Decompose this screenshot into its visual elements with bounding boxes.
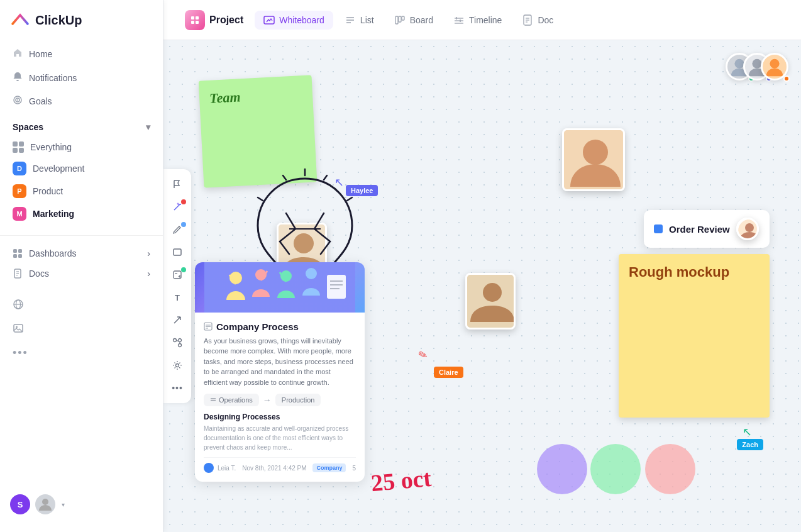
project-icon: [185, 10, 205, 30]
svg-point-59: [745, 223, 754, 232]
svg-point-51: [770, 59, 779, 69]
process-section-title: Designing Processes: [204, 413, 356, 421]
development-badge: D: [13, 162, 26, 175]
tab-project-label: Project: [209, 14, 243, 26]
spaces-chevron-icon[interactable]: ▾: [146, 122, 150, 132]
dashboards-chevron-icon: ›: [147, 248, 150, 258]
svg-rect-3: [13, 249, 17, 253]
tool-arrow[interactable]: [167, 310, 187, 330]
sidebar-item-home[interactable]: Home: [5, 43, 158, 65]
svg-rect-6: [18, 254, 22, 258]
process-footer-date: Nov 8th, 2021 4:42 PM: [242, 465, 306, 472]
sidebar-item-goals-label: Goals: [29, 96, 52, 106]
process-card-header: [195, 262, 365, 313]
pencil-icon: ✏: [416, 347, 431, 364]
sidebar-item-docs[interactable]: Docs ›: [0, 263, 163, 284]
tab-timeline-label: Timeline: [469, 15, 502, 25]
tab-list[interactable]: List: [336, 11, 383, 30]
goals-icon: [13, 95, 23, 107]
tool-text[interactable]: T: [167, 287, 187, 308]
svg-point-48: [176, 364, 179, 367]
user-avatar-s: S: [10, 494, 30, 514]
tab-doc[interactable]: Doc: [513, 11, 562, 30]
tab-timeline[interactable]: Timeline: [445, 11, 511, 30]
svg-point-69: [306, 268, 317, 279]
tab-board-label: Board: [410, 15, 433, 25]
tab-board[interactable]: Board: [385, 11, 442, 30]
cursor-zach-icon: ↖: [743, 425, 752, 439]
svg-rect-18: [196, 16, 199, 19]
sidebar-item-everything[interactable]: Everything: [0, 137, 163, 157]
home-icon: [13, 48, 23, 60]
flow-arrow-icon: →: [263, 395, 272, 405]
tool-rect[interactable]: [167, 242, 187, 262]
svg-rect-4: [18, 249, 22, 253]
tab-whiteboard[interactable]: Whiteboard: [255, 11, 333, 30]
sidebar-item-image[interactable]: [13, 318, 150, 339]
user-menu-chevron-icon[interactable]: ▾: [62, 501, 65, 508]
process-section-desc: Maintaining as accurate and well-organiz…: [204, 424, 356, 452]
svg-point-57: [483, 283, 502, 302]
flow-badge-prod: Production: [275, 394, 321, 406]
process-footer-tag: Company: [312, 463, 346, 472]
whiteboard-canvas[interactable]: T •••: [163, 40, 801, 532]
circle-pink: [645, 444, 695, 494]
timeline-icon: [453, 14, 465, 26]
svg-rect-20: [196, 21, 199, 24]
sidebar-item-goals[interactable]: Goals: [5, 90, 158, 112]
process-footer-count: 5: [352, 465, 356, 472]
logo-text: ClickUp: [35, 13, 82, 28]
circle-purple: [537, 444, 587, 494]
tab-whiteboard-label: Whiteboard: [279, 15, 324, 25]
docs-icon: [13, 269, 23, 279]
order-review-card[interactable]: Order Review: [644, 210, 770, 248]
process-footer-author: Leia T.: [218, 465, 236, 472]
svg-rect-27: [402, 16, 404, 20]
sidebar-section2: Dashboards › Docs ›: [0, 235, 163, 284]
marketing-badge: M: [13, 207, 26, 221]
sidebar-item-globe[interactable]: [13, 294, 150, 315]
svg-point-43: [174, 339, 177, 342]
cursor-haylee-icon: ↖: [334, 175, 344, 189]
tool-magic[interactable]: [167, 197, 187, 217]
sidebar-item-development-label: Development: [33, 163, 85, 174]
sidebar-item-notifications[interactable]: Notifications: [5, 67, 158, 89]
docs-chevron-icon: ›: [147, 269, 150, 279]
svg-line-62: [283, 175, 286, 180]
tool-connect[interactable]: [167, 333, 187, 353]
everything-icon: [13, 141, 24, 153]
process-card-title: Company Process: [204, 321, 356, 332]
order-card-label: Order Review: [669, 224, 730, 235]
process-card[interactable]: Company Process As your business grows, …: [195, 262, 365, 482]
tool-sparkle[interactable]: [167, 355, 187, 375]
process-title-text: Company Process: [216, 321, 299, 332]
doc-icon: [522, 14, 533, 26]
dashboards-icon: [13, 248, 23, 258]
svg-rect-25: [395, 16, 398, 24]
sidebar-item-product-label: Product: [33, 186, 63, 196]
svg-point-44: [179, 344, 182, 347]
sidebar-item-development[interactable]: D Development: [0, 157, 163, 180]
sidebar-item-more[interactable]: •••: [13, 341, 150, 365]
tool-pen[interactable]: [167, 219, 187, 240]
sticky-note-roughmockup[interactable]: Rough mockup: [619, 254, 770, 418]
sidebar-item-dashboards[interactable]: Dashboards ›: [0, 243, 163, 263]
globe-icon: [13, 299, 24, 310]
logo: ClickUp: [0, 10, 163, 43]
sticky-team-text: Team: [209, 89, 241, 106]
tab-project[interactable]: Project: [176, 6, 252, 34]
svg-point-2: [17, 99, 18, 101]
tool-flag[interactable]: [167, 174, 187, 194]
svg-point-16: [42, 499, 48, 505]
collab-avatar-3: [766, 53, 788, 80]
sidebar-item-product[interactable]: P Product: [0, 180, 163, 202]
svg-rect-5: [13, 254, 17, 258]
spaces-label: Spaces: [13, 122, 43, 132]
tool-more[interactable]: •••: [167, 378, 187, 398]
process-card-footer: Leia T. Nov 8th, 2021 4:42 PM Company 5: [204, 457, 356, 473]
tool-note[interactable]: [167, 265, 187, 285]
spaces-section-header: Spaces ▾: [0, 112, 163, 137]
svg-line-63: [347, 197, 352, 201]
sidebar-item-marketing[interactable]: M Marketing: [0, 202, 163, 225]
person-photo-1: [562, 128, 625, 191]
